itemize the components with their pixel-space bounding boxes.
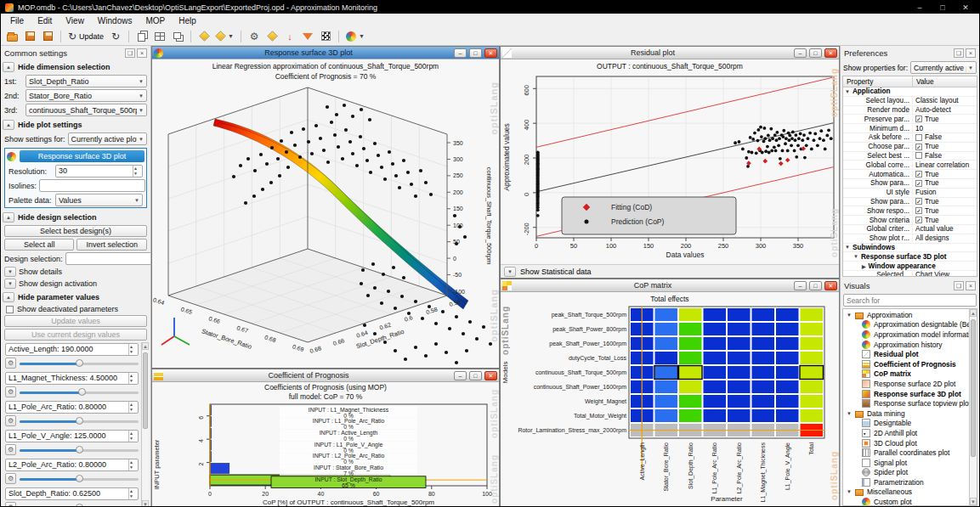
matrix-cell[interactable]: [679, 380, 702, 393]
visuals-item-3d-cloud-plot[interactable]: 3D Cloud plot: [843, 438, 977, 448]
slider-handle[interactable]: [76, 504, 83, 507]
matrix-cell[interactable]: [776, 395, 799, 408]
parameter-options-button[interactable]: ⚙: [5, 358, 16, 369]
filter-button[interactable]: [300, 29, 315, 44]
scroll-down-icon[interactable]: ▼: [142, 500, 149, 507]
preference-row[interactable]: Automatica...✓True: [843, 170, 977, 179]
matrix-cell[interactable]: [776, 380, 799, 393]
matrix-cell[interactable]: [776, 337, 799, 350]
matrix-cell[interactable]: [679, 395, 702, 408]
slider-handle[interactable]: [76, 359, 83, 367]
scroll-up-icon[interactable]: ▲: [970, 309, 977, 317]
visuals-item-approximation-model-informati-[interactable]: Approximation model informati...: [843, 330, 977, 340]
spinner-arrows[interactable]: ▲▼: [128, 488, 138, 499]
parameter-spinbox[interactable]: Active_Length: 190.0000▲▼: [5, 343, 139, 356]
export-button[interactable]: ↓: [282, 29, 297, 44]
active-plot-name[interactable]: Response surface 3D plot: [20, 150, 144, 162]
matrix-cell[interactable]: [800, 366, 823, 379]
design-selection-section-header[interactable]: ▲ Hide design selection: [3, 211, 149, 223]
matrix-cell[interactable]: [800, 337, 823, 350]
menu-windows[interactable]: Windows: [91, 15, 139, 26]
cascade-windows-button[interactable]: [170, 29, 185, 44]
matrix-cell[interactable]: [776, 308, 799, 321]
add-plot-button[interactable]: ▼: [214, 29, 235, 44]
visuals-item-residual-plot[interactable]: Residual plot: [843, 349, 977, 359]
open-button[interactable]: [4, 29, 20, 44]
matrix-cell[interactable]: [703, 323, 726, 335]
matrix-cell[interactable]: [800, 380, 823, 393]
visuals-item-cop-matrix[interactable]: CoP matrix: [843, 369, 977, 380]
close-panel-button[interactable]: ×: [966, 281, 976, 290]
visuals-item-coefficient-of-prognosis[interactable]: Coefficient of Prognosis: [843, 359, 977, 369]
checkbox-checked-icon[interactable]: ✓: [915, 198, 922, 205]
window-close-button[interactable]: ✕: [484, 48, 497, 58]
float-panel-button[interactable]: ❏: [954, 48, 964, 58]
matrix-cell[interactable]: [776, 366, 799, 379]
matrix-cell[interactable]: [703, 409, 726, 422]
visuals-item-designtable[interactable]: Designtable: [843, 419, 977, 429]
preference-row[interactable]: UI styleFusion: [843, 189, 977, 198]
slider-track[interactable]: [20, 359, 139, 368]
checkbox-checked-icon[interactable]: ✓: [915, 115, 922, 122]
menu-view[interactable]: View: [59, 15, 91, 26]
matrix-cell[interactable]: [800, 395, 823, 408]
visuals-group-miscellaneous[interactable]: ▼Miscellaneous: [843, 487, 977, 498]
matrix-cell[interactable]: [703, 337, 726, 350]
visuals-item-spider-plot[interactable]: Spider plot: [843, 468, 977, 478]
slider-track[interactable]: [20, 504, 139, 507]
preference-row[interactable]: Global corre...Linear correlation: [843, 161, 977, 170]
visuals-item-parallel-coordinates-plot[interactable]: Parallel coordinates plot: [843, 448, 977, 458]
update-values-button[interactable]: Update values: [4, 315, 147, 327]
update-button[interactable]: ↻Update: [66, 29, 105, 44]
response-surface-3d-titlebar[interactable]: Response surface 3D plot – □ ✕: [152, 47, 499, 59]
dimension-combo-3[interactable]: continuous_Shaft_Torque_500rpm▼: [25, 104, 147, 116]
preference-row[interactable]: Select best ...False: [843, 152, 977, 161]
matrix-cell[interactable]: [703, 352, 726, 364]
copy-button[interactable]: [134, 29, 150, 44]
plot-settings-section-header[interactable]: ▲ Hide plot settings: [3, 118, 149, 131]
show-settings-for-combo[interactable]: Currently active plot ▼: [68, 132, 147, 145]
window-close-button[interactable]: ✕: [824, 281, 837, 290]
parameter-scrollbar[interactable]: ▲ ▼: [141, 342, 149, 507]
use-current-design-values-button[interactable]: Use current design values: [4, 329, 147, 341]
matrix-cell[interactable]: [654, 308, 677, 321]
window-minimize-button[interactable]: –: [794, 281, 807, 290]
scrollbar-thumb[interactable]: [971, 319, 976, 457]
visuals-item-approximation-designtable-beta-[interactable]: Approximation designtable (Beta): [843, 320, 977, 330]
menu-mop[interactable]: MOP: [139, 15, 172, 26]
window-maximize-button[interactable]: □: [809, 48, 822, 58]
float-panel-button[interactable]: ❏: [125, 48, 135, 58]
parameter-spinbox[interactable]: L1_Magnet_Thickness: 4.50000▲▼: [5, 372, 139, 385]
close-panel-button[interactable]: ×: [966, 48, 976, 58]
cop-bar-chart[interactable]: 246020406080100CoP [%] of OUTPUT : conti…: [152, 401, 499, 507]
maximize-button[interactable]: □: [933, 3, 952, 12]
matrix-cell[interactable]: [728, 337, 751, 350]
matrix-cell[interactable]: [728, 409, 751, 422]
matrix-cell[interactable]: [654, 380, 677, 393]
spin-down-icon[interactable]: ▼: [129, 349, 138, 354]
minimize-button[interactable]: –: [910, 3, 929, 12]
cop-matrix-chart[interactable]: peak_Shaft_Torque_500rpmpeak_Shaft_Power…: [501, 304, 839, 506]
matrix-cell[interactable]: [654, 337, 677, 350]
preference-row[interactable]: Global criter...Actual value: [843, 225, 977, 234]
visuals-item-response-surface-2d-plot[interactable]: Response surface 2D plot: [843, 379, 977, 389]
value-column-header[interactable]: Value: [913, 76, 938, 87]
visuals-item-approximation-history[interactable]: Approximation history: [843, 340, 977, 350]
expanded-triangle-icon[interactable]: ▼: [845, 89, 850, 94]
window-maximize-button[interactable]: □: [469, 371, 482, 380]
matrix-cell[interactable]: [703, 380, 726, 393]
parameter-options-button[interactable]: ⚙: [5, 415, 16, 426]
select-best-designs-button[interactable]: Select best design(s): [4, 225, 147, 237]
matrix-cell[interactable]: [654, 366, 677, 379]
matrix-cell[interactable]: [800, 323, 823, 335]
window-close-button[interactable]: ✕: [484, 371, 497, 380]
scrollbar-thumb[interactable]: [143, 352, 148, 429]
visuals-item-parametrization[interactable]: Parametrization: [843, 477, 977, 487]
expanded-triangle-icon[interactable]: ▼: [853, 254, 858, 259]
preference-row[interactable]: Ask before ...False: [843, 133, 977, 143]
preference-group-row[interactable]: ▼Response surface 3D plot: [843, 252, 977, 262]
parameter-spinbox[interactable]: L2_Pole_Arc_Ratio: 0.80000▲▼: [5, 459, 139, 471]
preference-row[interactable]: Preserve par...✓True: [843, 115, 977, 124]
preferences-table-header[interactable]: Property Value: [843, 76, 977, 87]
matrix-cell[interactable]: [751, 409, 774, 422]
